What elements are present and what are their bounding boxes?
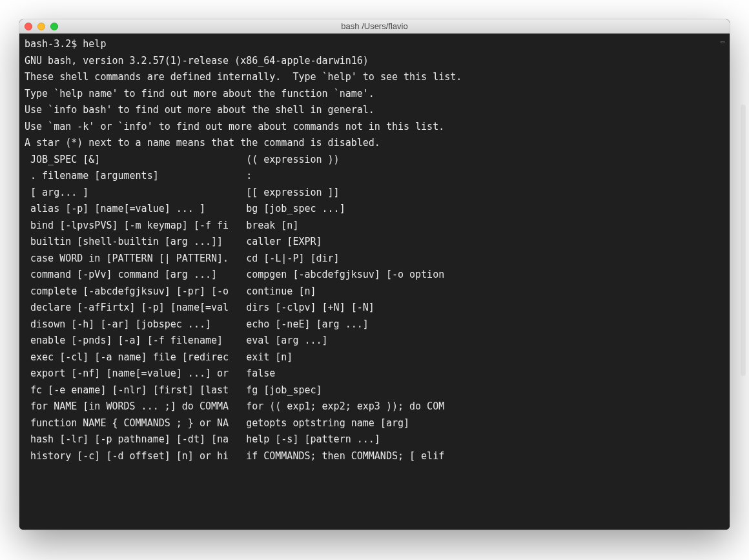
command-col-left: case WORD in [PATTERN [| PATTERN]. <box>25 251 246 267</box>
command-col-left: history [-c] [-d offset] [n] or hi <box>25 448 246 465</box>
command-row: disown [-h] [-ar] [jobspec ...] echo [-n… <box>25 316 724 333</box>
command-col-right: for (( exp1; exp2; exp3 )); do COM <box>246 399 444 415</box>
minimize-icon[interactable] <box>37 23 45 30</box>
command-col-right: false <box>246 366 275 382</box>
command-col-left: hash [-lr] [-p pathname] [-dt] [na <box>25 431 246 448</box>
command-col-left: alias [-p] [name[=value] ... ] <box>25 201 246 218</box>
command-col-right: [[ expression ]] <box>246 185 340 202</box>
command-col-right: getopts optstring name [arg] <box>246 415 409 432</box>
command-row: [ arg... ] [[ expression ]] <box>25 185 724 202</box>
output-line: These shell commands are defined interna… <box>25 69 724 86</box>
command-col-left: declare [-afFirtx] [-p] [name[=val <box>25 300 246 316</box>
terminal-window: bash /Users/flavio ▭ bash-3.2$ help GNU … <box>19 19 730 530</box>
traffic-lights <box>25 23 58 30</box>
command-col-left: JOB_SPEC [&] <box>25 152 246 169</box>
command-col-left: [ arg... ] <box>25 185 246 202</box>
command-row: function NAME { COMMANDS ; } or NA getop… <box>25 415 724 432</box>
command-row: complete [-abcdefgjksuv] [-pr] [-o conti… <box>25 284 724 300</box>
output-line: Use `man -k' or `info' to find out more … <box>25 119 724 136</box>
command-row: fc [-e ename] [-nlr] [first] [last fg [j… <box>25 382 724 399</box>
command-col-right: : <box>246 168 252 185</box>
command-col-left: command [-pVv] command [arg ...] <box>25 267 246 284</box>
command: help <box>83 38 106 50</box>
command-row: export [-nf] [name[=value] ...] or false <box>25 366 724 382</box>
scroll-indicator-icon: ▭ <box>721 36 727 44</box>
window-title: bash /Users/flavio <box>19 21 730 31</box>
command-col-right: caller [EXPR] <box>246 234 322 251</box>
command-col-right: (( expression )) <box>246 152 340 169</box>
terminal-body[interactable]: ▭ bash-3.2$ help GNU bash, version 3.2.5… <box>19 34 730 530</box>
zoom-icon[interactable] <box>50 23 58 30</box>
command-col-left: enable [-pnds] [-a] [-f filename] <box>25 333 246 349</box>
command-col-right: continue [n] <box>246 284 316 300</box>
output-line: Type `help name' to find out more about … <box>25 86 724 103</box>
command-row: enable [-pnds] [-a] [-f filename] eval [… <box>25 333 724 349</box>
command-row: history [-c] [-d offset] [n] or hi if CO… <box>25 448 724 465</box>
command-col-right: break [n] <box>246 218 298 234</box>
prompt-line: bash-3.2$ help <box>25 36 724 53</box>
command-row: declare [-afFirtx] [-p] [name[=val dirs … <box>25 300 724 316</box>
command-col-left: export [-nf] [name[=value] ...] or <box>25 366 246 382</box>
command-row: JOB_SPEC [&] (( expression )) <box>25 152 724 169</box>
command-row: exec [-cl] [-a name] file [redirec exit … <box>25 349 724 366</box>
command-col-right: cd [-L|-P] [dir] <box>246 251 340 267</box>
command-col-left: fc [-e ename] [-nlr] [first] [last <box>25 382 246 399</box>
command-col-left: function NAME { COMMANDS ; } or NA <box>25 415 246 432</box>
command-row: case WORD in [PATTERN [| PATTERN]. cd [-… <box>25 251 724 267</box>
output-line: GNU bash, version 3.2.57(1)-release (x86… <box>25 53 724 70</box>
command-col-left: disown [-h] [-ar] [jobspec ...] <box>25 316 246 333</box>
output-line: A star (*) next to a name means that the… <box>25 135 724 152</box>
command-list: JOB_SPEC [&] (( expression )) . filename… <box>25 152 724 465</box>
command-col-left: . filename [arguments] <box>25 168 246 185</box>
prompt: bash-3.2$ <box>25 38 83 50</box>
titlebar[interactable]: bash /Users/flavio <box>19 19 730 34</box>
command-row: . filename [arguments] : <box>25 168 724 185</box>
command-col-right: fg [job_spec] <box>246 382 322 399</box>
command-col-left: complete [-abcdefgjksuv] [-pr] [-o <box>25 284 246 300</box>
command-row: command [-pVv] command [arg ...] compgen… <box>25 267 724 284</box>
command-row: alias [-p] [name[=value] ... ] bg [job_s… <box>25 201 724 218</box>
close-icon[interactable] <box>25 23 32 30</box>
command-row: for NAME [in WORDS ... ;] do COMMA for (… <box>25 399 724 415</box>
command-col-left: exec [-cl] [-a name] file [redirec <box>25 349 246 366</box>
command-col-right: if COMMANDS; then COMMANDS; [ elif <box>246 448 444 465</box>
command-col-right: echo [-neE] [arg ...] <box>246 316 369 333</box>
output-line: Use `info bash' to find out more about t… <box>25 102 724 119</box>
command-col-right: exit [n] <box>246 349 292 366</box>
command-col-right: bg [job_spec ...] <box>246 201 345 218</box>
command-col-right: help [-s] [pattern ...] <box>246 431 380 448</box>
command-col-right: dirs [-clpv] [+N] [-N] <box>246 300 374 316</box>
command-col-right: eval [arg ...] <box>246 333 327 349</box>
command-row: bind [-lpvsPVS] [-m keymap] [-f fi break… <box>25 218 724 234</box>
command-row: hash [-lr] [-p pathname] [-dt] [na help … <box>25 431 724 448</box>
command-row: builtin [shell-builtin [arg ...]] caller… <box>25 234 724 251</box>
command-col-left: builtin [shell-builtin [arg ...]] <box>25 234 246 251</box>
command-col-left: bind [-lpvsPVS] [-m keymap] [-f fi <box>25 218 246 234</box>
command-col-right: compgen [-abcdefgjksuv] [-o option <box>246 267 444 284</box>
command-col-left: for NAME [in WORDS ... ;] do COMMA <box>25 399 246 415</box>
